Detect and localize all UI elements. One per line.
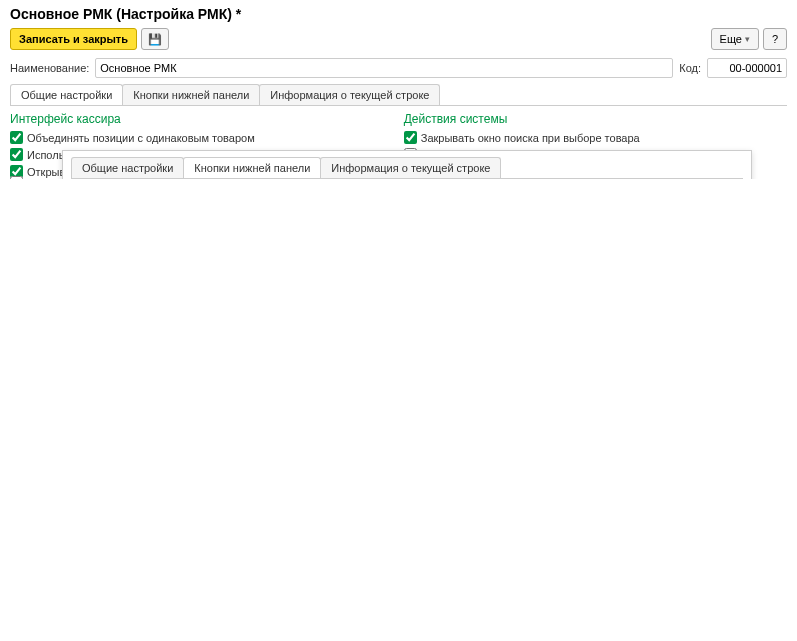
code-input[interactable]	[707, 58, 787, 78]
check-close-search[interactable]: Закрывать окно поиска при выборе товара	[404, 130, 702, 145]
tab-bottom-buttons[interactable]: Кнопки нижней панели	[122, 84, 260, 105]
save-button[interactable]: 💾	[141, 28, 169, 50]
name-input[interactable]	[95, 58, 673, 78]
page-title: Основное РМК (Настройка РМК) *	[10, 6, 241, 22]
hidden-checks-fragment: Назначат Запретит Выбор уп Показыват Инт…	[10, 174, 60, 179]
check-combine[interactable]: Объединять позиции с одинаковым товаром	[10, 130, 344, 145]
code-label: Код:	[679, 62, 701, 74]
system-actions-title: Действия системы	[404, 106, 702, 128]
p2-tab-general[interactable]: Общие настройки	[71, 157, 184, 178]
p2-tab-bottom[interactable]: Кнопки нижней панели	[183, 157, 321, 178]
name-label: Наименование:	[10, 62, 89, 74]
tab-row-info[interactable]: Информация о текущей строке	[259, 84, 440, 105]
main-tabs: Общие настройки Кнопки нижней панели Инф…	[10, 84, 787, 106]
more-button[interactable]: Еще▾	[711, 28, 759, 50]
cashier-ui-title: Интерфейс кассира	[10, 106, 344, 128]
save-icon: 💾	[148, 33, 162, 46]
tab-general[interactable]: Общие настройки	[10, 84, 123, 105]
p2-tab-rowinfo[interactable]: Информация о текущей строке	[320, 157, 501, 178]
save-close-button[interactable]: Записать и закрыть	[10, 28, 137, 50]
help-button[interactable]: ?	[763, 28, 787, 50]
